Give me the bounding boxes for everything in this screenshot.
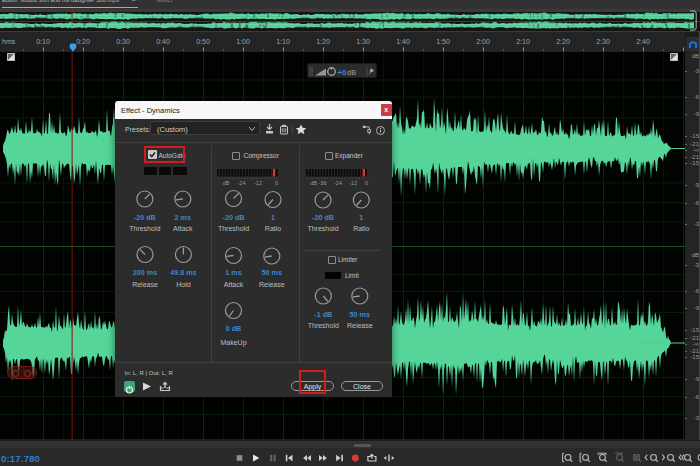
- svg-text:dB: dB: [347, 68, 356, 77]
- svg-text:+0: +0: [338, 68, 347, 77]
